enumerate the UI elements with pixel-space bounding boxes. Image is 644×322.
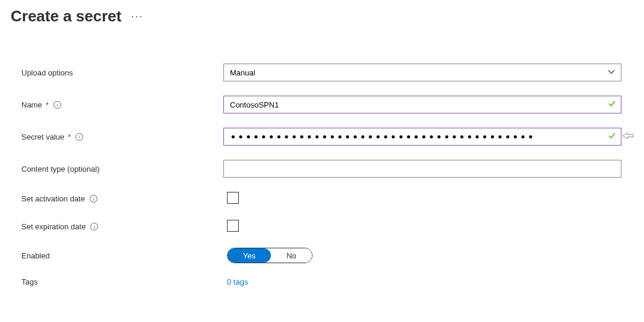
- tags-label: Tags: [21, 277, 223, 286]
- name-input[interactable]: [223, 96, 621, 113]
- expiration-date-checkbox[interactable]: [227, 220, 239, 232]
- enabled-label: Enabled: [21, 251, 223, 260]
- required-asterisk: *: [46, 100, 49, 109]
- upload-options-label: Upload options: [21, 68, 223, 77]
- secret-value-row: Secret value * i: [11, 128, 633, 146]
- secret-value-label: Secret value * i: [21, 132, 223, 141]
- info-icon[interactable]: i: [90, 223, 98, 231]
- secret-value-input[interactable]: [223, 128, 621, 146]
- expiration-date-row: Set expiration date i: [11, 220, 633, 233]
- more-menu-icon[interactable]: ···: [131, 10, 143, 23]
- name-label: Name * i: [21, 100, 223, 109]
- content-type-control: [223, 160, 621, 178]
- upload-options-control: Manual: [223, 64, 621, 81]
- tags-link[interactable]: 0 tags: [227, 277, 248, 286]
- activation-date-label: Set activation date i: [21, 194, 223, 203]
- info-icon[interactable]: i: [90, 195, 97, 203]
- content-type-row: Content type (optional): [11, 160, 633, 178]
- enabled-no[interactable]: No: [271, 248, 312, 263]
- cursor-arrow-icon: [623, 132, 634, 142]
- info-icon[interactable]: i: [53, 101, 61, 109]
- enabled-control: Yes No: [223, 248, 621, 263]
- expiration-date-control: [223, 220, 621, 233]
- info-icon[interactable]: i: [75, 133, 83, 141]
- name-row: Name * i: [11, 96, 633, 113]
- name-control: [223, 96, 621, 113]
- activation-date-control: [223, 192, 621, 206]
- secret-value-control: [223, 128, 621, 146]
- page-title: Create a secret: [11, 7, 121, 26]
- upload-options-row: Upload options Manual: [11, 64, 633, 81]
- activation-date-row: Set activation date i: [11, 192, 633, 206]
- upload-options-select[interactable]: Manual: [223, 64, 621, 81]
- enabled-yes[interactable]: Yes: [228, 248, 271, 263]
- tags-control: 0 tags: [223, 277, 621, 286]
- expiration-date-label: Set expiration date i: [21, 222, 223, 231]
- content-type-label: Content type (optional): [21, 165, 223, 173]
- activation-date-checkbox[interactable]: [227, 192, 239, 204]
- enabled-toggle[interactable]: Yes No: [227, 248, 312, 263]
- required-asterisk: *: [68, 132, 71, 141]
- enabled-row: Enabled Yes No: [11, 248, 633, 263]
- page-header: Create a secret ···: [11, 7, 633, 26]
- content-type-input[interactable]: [223, 160, 621, 178]
- tags-row: Tags 0 tags: [11, 277, 633, 286]
